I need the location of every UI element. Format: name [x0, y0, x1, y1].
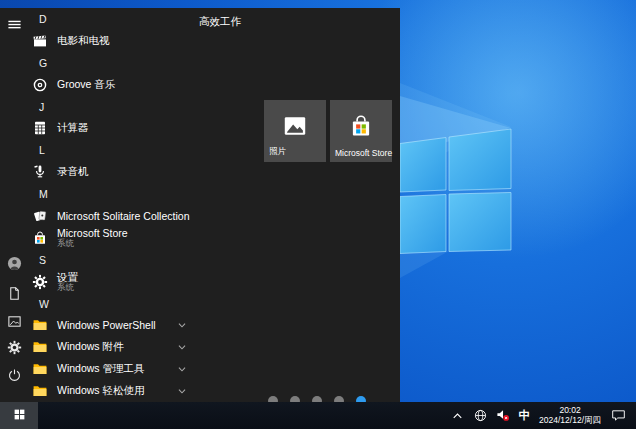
chevron-down-icon[interactable]: [175, 384, 189, 398]
taskbar: 中 20:02 2024/12/12/周四: [0, 402, 636, 429]
chevron-down-icon[interactable]: [175, 362, 189, 376]
globe-network-icon[interactable]: [473, 408, 489, 424]
folder-icon: [31, 360, 49, 378]
chevron-up-icon[interactable]: [450, 408, 466, 424]
gear-icon[interactable]: [4, 337, 24, 357]
app-list-item[interactable]: Groove 音乐: [28, 74, 200, 96]
tile-group-header: 高效工作: [199, 15, 241, 29]
app-list-section-letter[interactable]: D: [28, 8, 200, 30]
screen: D电影和电视GGroove 音乐J计算器L录音机MMicrosoft Solit…: [0, 0, 636, 429]
app-list-folder[interactable]: Windows 管理工具: [28, 358, 200, 380]
app-label: Microsoft Solitaire Collection: [57, 210, 189, 222]
app-list-folder[interactable]: Windows 轻松使用: [28, 380, 200, 402]
app-list-section-letter[interactable]: L: [28, 139, 200, 161]
user-icon[interactable]: [4, 253, 24, 273]
app-label: 电影和电视: [57, 34, 110, 48]
app-label: 录音机: [57, 165, 89, 179]
hamburger-icon[interactable]: [4, 14, 24, 34]
calculator-icon: [31, 119, 49, 137]
app-list: D电影和电视GGroove 音乐J计算器L录音机MMicrosoft Solit…: [28, 8, 200, 402]
app-list-item[interactable]: 录音机: [28, 161, 200, 183]
chevron-down-icon[interactable]: [175, 340, 189, 354]
app-list-section-letter[interactable]: S: [28, 249, 200, 271]
start-menu: D电影和电视GGroove 音乐J计算器L录音机MMicrosoft Solit…: [0, 8, 400, 402]
folder-icon: [31, 382, 49, 400]
pictures-icon[interactable]: [4, 311, 24, 331]
power-icon[interactable]: [4, 365, 24, 385]
photos-tile-icon: [282, 113, 308, 143]
store-tile-icon: [348, 113, 374, 143]
ime-indicator[interactable]: 中: [519, 408, 531, 423]
action-center-icon[interactable]: [610, 408, 626, 424]
app-list-item[interactable]: Microsoft Solitaire Collection: [28, 205, 200, 227]
app-subtitle: 系统: [57, 239, 128, 248]
app-subtitle: 系统: [57, 283, 78, 292]
app-label: Windows 轻松使用: [57, 384, 145, 398]
chevron-down-icon[interactable]: [175, 318, 189, 332]
document-icon[interactable]: [4, 283, 24, 303]
app-list-section-letter[interactable]: J: [28, 96, 200, 118]
windows-logo-icon: [13, 407, 26, 425]
tile-label: Microsoft Store: [335, 148, 392, 158]
app-label: 设置: [57, 272, 78, 283]
settings-icon: [31, 273, 49, 291]
app-list-section-letter[interactable]: M: [28, 183, 200, 205]
groove-music-icon: [31, 76, 49, 94]
start-tile-store[interactable]: Microsoft Store: [330, 100, 392, 162]
app-label: 计算器: [57, 121, 89, 135]
app-list-item[interactable]: Microsoft Store系统: [28, 227, 200, 249]
app-list-item[interactable]: 电影和电视: [28, 30, 200, 52]
app-label: Groove 音乐: [57, 78, 115, 92]
solitaire-icon: [31, 207, 49, 225]
voice-recorder-icon: [31, 163, 49, 181]
app-label: Windows 管理工具: [57, 362, 145, 376]
taskbar-clock[interactable]: 20:02 2024/12/12/周四: [537, 406, 603, 425]
app-list-section-letter[interactable]: G: [28, 52, 200, 74]
app-label: Windows 附件: [57, 340, 124, 354]
speaker-muted-icon[interactable]: [496, 408, 512, 424]
clock-date: 2024/12/12/周四: [539, 416, 601, 426]
store-icon: [31, 229, 49, 247]
app-list-section-letter[interactable]: W: [28, 293, 200, 315]
app-label: Windows PowerShell: [57, 319, 156, 331]
app-list-item[interactable]: 计算器: [28, 117, 200, 139]
folder-icon: [31, 316, 49, 334]
movies-tv-icon: [31, 32, 49, 50]
system-tray: 中 20:02 2024/12/12/周四: [450, 402, 636, 429]
start-menu-rail: [0, 8, 28, 402]
folder-icon: [31, 338, 49, 356]
start-tile-photos[interactable]: 照片: [264, 100, 326, 162]
tile-label: 照片: [269, 146, 286, 158]
app-list-folder[interactable]: Windows 附件: [28, 336, 200, 358]
app-list-item[interactable]: 设置系统: [28, 271, 200, 293]
start-button[interactable]: [0, 402, 38, 429]
app-list-folder[interactable]: Windows PowerShell: [28, 314, 200, 336]
